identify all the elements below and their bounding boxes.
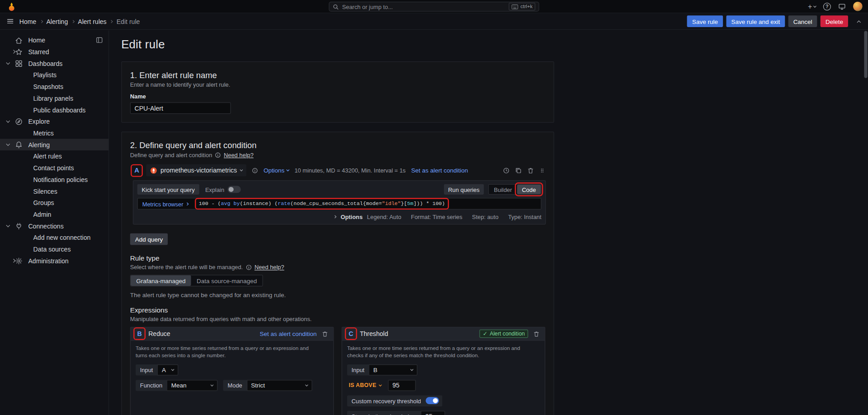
remove-query-icon[interactable] bbox=[527, 167, 534, 174]
sidebar-item-library-panels[interactable]: Library panels bbox=[0, 92, 108, 104]
datasource-picker[interactable]: prometheus-victoriametrics bbox=[146, 164, 246, 177]
chevron-down-icon[interactable] bbox=[6, 119, 10, 123]
sidebar-item-playlists[interactable]: Playlists bbox=[0, 69, 108, 81]
reduce-mode-select[interactable]: Strict bbox=[247, 380, 312, 391]
query-input-row[interactable]: Metrics browser 100 - (avg by(instance) … bbox=[137, 198, 542, 210]
reduce-ref-id[interactable]: B bbox=[136, 330, 143, 338]
recovery-value-input[interactable] bbox=[421, 410, 445, 415]
connections-plug-icon bbox=[15, 222, 23, 230]
sidebar-item-administration[interactable]: Administration bbox=[0, 255, 108, 266]
threshold-condition-select[interactable]: IS ABOVE bbox=[347, 380, 383, 391]
sidebar-item-add-new-connection[interactable]: Add new connection bbox=[0, 232, 108, 243]
dock-menu-icon[interactable] bbox=[96, 37, 103, 44]
data-source-managed-option[interactable]: Data source-managed bbox=[191, 275, 263, 286]
rule-name-input[interactable] bbox=[130, 103, 231, 114]
run-queries-button[interactable]: Run queries bbox=[444, 184, 484, 195]
sidebar-item-home[interactable]: Home bbox=[0, 34, 108, 46]
breadcrumb: Home Alerting Alert rules Edit rule bbox=[19, 18, 140, 25]
need-help-link[interactable]: Need help? bbox=[224, 152, 254, 159]
scrollbar-thumb[interactable] bbox=[864, 31, 867, 78]
sidebar-item-groups[interactable]: Groups bbox=[0, 197, 108, 209]
reduce-input-select[interactable]: A bbox=[157, 364, 179, 375]
grafana-logo-icon[interactable] bbox=[7, 1, 17, 11]
sidebar-item-metrics[interactable]: Metrics bbox=[0, 127, 108, 139]
threshold-input-select[interactable]: B bbox=[369, 364, 418, 375]
threshold-title: Threshold bbox=[360, 331, 388, 337]
save-rule-and-exit-button[interactable]: Save rule and exit bbox=[726, 15, 785, 27]
avatar[interactable] bbox=[853, 2, 863, 11]
save-rule-button[interactable]: Save rule bbox=[687, 15, 723, 27]
sidebar-item-snapshots[interactable]: Snapshots bbox=[0, 81, 108, 93]
metrics-browser-button[interactable]: Metrics browser bbox=[138, 199, 193, 209]
query-ref-id[interactable]: A bbox=[133, 166, 141, 174]
chevron-down-icon[interactable] bbox=[6, 142, 10, 146]
threshold-ref-id[interactable]: C bbox=[347, 330, 355, 338]
menu-toggle-icon[interactable] bbox=[5, 15, 16, 27]
explain-toggle[interactable] bbox=[227, 186, 241, 193]
cancel-button[interactable]: Cancel bbox=[788, 15, 817, 27]
rule-type-title: Rule type bbox=[130, 254, 545, 262]
reduce-set-alert-condition-link[interactable]: Set as alert condition bbox=[260, 331, 317, 337]
new-button[interactable]: + bbox=[808, 4, 816, 9]
query-expression[interactable]: 100 - (avg by(instance) (rate(node_cpu_s… bbox=[197, 200, 447, 207]
sidebar-item-alerting[interactable]: Alerting bbox=[0, 139, 108, 150]
query-history-icon[interactable] bbox=[503, 167, 510, 174]
info-icon bbox=[215, 152, 221, 158]
query-row-options-summary: Legend: Auto Format: Time series Step: a… bbox=[367, 213, 542, 220]
reduce-function-label: Function bbox=[136, 380, 167, 391]
sidebar-item-explore[interactable]: Explore bbox=[0, 116, 108, 127]
sidebar-item-connections[interactable]: Connections bbox=[0, 220, 108, 232]
reduce-delete-icon[interactable] bbox=[321, 331, 328, 337]
sidebar-item-data-sources[interactable]: Data sources bbox=[0, 243, 108, 255]
builder-mode-button[interactable]: Builder bbox=[489, 185, 517, 194]
chevron-down-icon bbox=[379, 383, 382, 386]
threshold-delete-icon[interactable] bbox=[533, 331, 540, 337]
sidebar-item-silences[interactable]: Silences bbox=[0, 185, 108, 197]
sidebar-item-contact-points[interactable]: Contact points bbox=[0, 162, 108, 174]
recovery-threshold-toggle[interactable] bbox=[426, 397, 439, 404]
drag-handle-icon[interactable] bbox=[539, 167, 545, 174]
rule-type-note: The alert rule type cannot be changed fo… bbox=[130, 291, 545, 298]
chevron-right-icon bbox=[334, 215, 337, 218]
reduce-title: Reduce bbox=[148, 331, 170, 337]
chevron-down-icon[interactable] bbox=[6, 224, 10, 228]
need-help-link[interactable]: Need help? bbox=[255, 264, 284, 270]
chevron-down-icon[interactable] bbox=[6, 61, 10, 65]
delete-button[interactable]: Delete bbox=[821, 15, 848, 27]
expressions-description: Manipulate data returned from queries wi… bbox=[130, 316, 545, 322]
sidebar-item-public-dashboards[interactable]: Public dashboards bbox=[0, 104, 108, 116]
kick-start-query-button[interactable]: Kick start your query bbox=[137, 184, 199, 195]
expressions-title: Expressions bbox=[130, 306, 545, 314]
code-mode-button[interactable]: Code bbox=[517, 185, 541, 194]
reduce-function-select[interactable]: Mean bbox=[167, 380, 218, 391]
grafana-managed-option[interactable]: Grafana-managed bbox=[131, 275, 191, 286]
threshold-input-label: Input bbox=[347, 364, 369, 375]
breadcrumb-home[interactable]: Home bbox=[19, 18, 37, 25]
search-input[interactable]: Search or jump to... ctrl+k bbox=[329, 2, 539, 12]
scrollbar[interactable] bbox=[864, 31, 867, 415]
breadcrumb-alert-rules[interactable]: Alert rules bbox=[78, 18, 106, 25]
help-icon[interactable]: ? bbox=[823, 3, 831, 10]
keyboard-icon bbox=[512, 4, 519, 9]
set-as-alert-condition-link[interactable]: Set as alert condition bbox=[411, 167, 468, 174]
add-query-button[interactable]: Add query bbox=[130, 233, 168, 245]
query-options-toggle[interactable]: Options bbox=[264, 167, 289, 174]
stop-alerting-label: Stop alerting when below bbox=[347, 410, 421, 415]
step1-card: 1. Enter alert rule name Enter a name to… bbox=[121, 61, 554, 123]
sidebar-item-admin[interactable]: Admin bbox=[0, 209, 108, 220]
query-row-options[interactable]: Options Legend: Auto Format: Time series… bbox=[137, 212, 542, 220]
home-icon bbox=[15, 36, 23, 44]
duplicate-query-icon[interactable] bbox=[515, 167, 522, 174]
sidebar-item-notification-policies[interactable]: Notification policies bbox=[0, 173, 108, 185]
threshold-value-input[interactable] bbox=[388, 380, 415, 391]
breadcrumb-alerting[interactable]: Alerting bbox=[46, 18, 68, 25]
chevron-down-icon bbox=[410, 368, 414, 371]
sidebar-item-alert-rules[interactable]: Alert rules bbox=[0, 150, 108, 162]
sidebar-item-dashboards[interactable]: Dashboards bbox=[0, 57, 108, 69]
search-icon bbox=[333, 4, 339, 9]
chevron-down-icon bbox=[305, 383, 308, 386]
chevron-down-icon bbox=[286, 168, 289, 171]
collapse-toolbar-icon[interactable] bbox=[854, 16, 863, 26]
sidebar-item-starred[interactable]: Starred bbox=[0, 46, 108, 58]
news-icon[interactable] bbox=[838, 3, 846, 10]
